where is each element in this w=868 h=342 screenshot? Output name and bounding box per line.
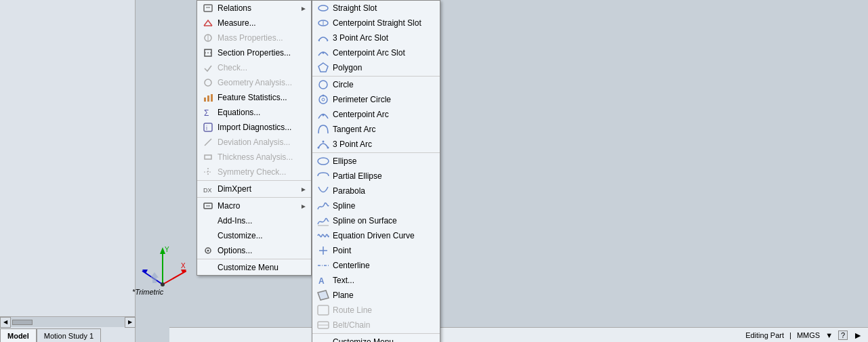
menu-item-centerpoint-arc[interactable]: Centerpoint Arc <box>312 107 440 122</box>
menu-item-tangent-arc[interactable]: Tangent Arc <box>312 122 440 137</box>
menu-item-feature-statistics[interactable]: Feature Statistics... <box>197 90 311 105</box>
menu-item-centerpoint-arc-slot[interactable]: Centerpoint Arc Slot <box>312 45 440 60</box>
menu-item-point[interactable]: Point <box>312 243 440 258</box>
units-display: MMGS <box>797 331 820 339</box>
svg-marker-54 <box>318 291 329 300</box>
menu-item-text[interactable]: A Text... <box>312 273 440 288</box>
geometry-analysis-icon <box>201 77 215 89</box>
menu-item-centerpoint-straight-slot[interactable]: Centerpoint Straight Slot <box>312 16 440 30</box>
menu-item-dimxpert[interactable]: DX DimXpert ► <box>197 181 311 196</box>
options-label: Options... <box>218 246 307 255</box>
add-ins-icon <box>201 215 215 227</box>
menu-item-route-line: Route Line <box>312 303 440 318</box>
menu-item-customize-menu-left[interactable]: Customize Menu <box>197 260 311 275</box>
svg-rect-9 <box>152 278 157 283</box>
expand-button[interactable]: ► <box>853 330 863 341</box>
menu-item-mass-properties: Mass Properties... <box>197 30 311 45</box>
3-point-arc-slot-icon <box>316 32 330 44</box>
scroll-track <box>12 320 123 325</box>
menu-item-measure[interactable]: Measure... <box>197 16 311 30</box>
relations-label: Relations <box>218 3 300 13</box>
mass-properties-icon <box>201 32 215 44</box>
centerpoint-straight-slot-label: Centerpoint Straight Slot <box>333 18 436 28</box>
customize-label: Customize... <box>218 231 307 240</box>
add-ins-label: Add-Ins... <box>218 216 307 226</box>
help-button[interactable]: ? <box>838 330 848 340</box>
left-menu: Relations ► Measure... Mass Properties..… <box>197 0 312 276</box>
svg-rect-55 <box>318 305 329 315</box>
scroll-right-btn[interactable]: ▶ <box>125 317 136 328</box>
macro-label: Macro <box>218 201 300 211</box>
svg-point-39 <box>323 52 325 54</box>
svg-text:X: X <box>181 262 186 270</box>
customize-menu-icon-left <box>201 261 215 274</box>
symmetry-check-icon <box>201 166 215 178</box>
dimxpert-label: DimXpert <box>218 184 300 194</box>
mass-properties-label: Mass Properties... <box>218 33 307 43</box>
editing-status: Editing Part <box>745 331 784 339</box>
axis-indicator: Y X <box>139 244 186 291</box>
menu-item-section-properties[interactable]: Section Properties... <box>197 45 311 60</box>
menu-item-add-ins[interactable]: Add-Ins... <box>197 213 311 228</box>
customize-menu-icon-right <box>316 336 330 342</box>
right-menu: Straight Slot Centerpoint Straight Slot … <box>312 0 440 342</box>
import-diagnostics-label: Import Diagnostics... <box>218 123 307 132</box>
equation-driven-curve-label: Equation Driven Curve <box>333 231 436 240</box>
menu-item-3-point-arc-slot[interactable]: 3 Point Arc Slot <box>312 30 440 45</box>
menu-item-import-diagnostics[interactable]: i Import Diagnostics... <box>197 120 311 135</box>
centerpoint-arc-slot-icon <box>316 47 330 59</box>
svg-point-48 <box>327 147 329 149</box>
menu-item-equation-driven-curve[interactable]: Equation Driven Curve <box>312 228 440 243</box>
polygon-label: Polygon <box>333 63 436 72</box>
centerpoint-straight-slot-icon <box>316 17 330 29</box>
menu-item-straight-slot[interactable]: Straight Slot <box>312 1 440 16</box>
scroll-left-btn[interactable]: ◀ <box>0 317 11 328</box>
tab-motion-study[interactable]: Motion Study 1 <box>37 328 101 342</box>
relations-icon <box>201 2 215 14</box>
menu-item-macro[interactable]: Macro ► <box>197 198 311 213</box>
menu-item-plane[interactable]: Plane <box>312 288 440 303</box>
separator-before-ellipse <box>312 152 440 153</box>
deviation-analysis-label: Deviation Analysis... <box>218 137 307 147</box>
units-arrow[interactable]: ▼ <box>825 331 833 339</box>
menu-item-spline-on-surface[interactable]: Spline on Surface <box>312 213 440 228</box>
customize-menu-label-right: Customize Menu <box>333 337 436 342</box>
relations-arrow: ► <box>300 5 307 12</box>
ellipse-label: Ellipse <box>333 156 436 166</box>
circle-icon <box>316 79 330 91</box>
partial-ellipse-label: Partial Ellipse <box>333 171 436 181</box>
tab-model[interactable]: Model <box>0 328 37 342</box>
spline-label: Spline <box>333 201 436 211</box>
menu-item-centerline[interactable]: Centerline <box>312 258 440 273</box>
menu-item-spline[interactable]: Spline <box>312 198 440 213</box>
menu-item-polygon[interactable]: Polygon <box>312 60 440 75</box>
menu-item-belt-chain: Belt/Chain <box>312 318 440 333</box>
menu-item-customize-menu-right[interactable]: Customize Menu <box>312 335 440 342</box>
parabola-icon <box>316 185 330 197</box>
left-scrollbar: ◀ ▶ <box>0 316 136 327</box>
centerline-label: Centerline <box>333 261 436 270</box>
menu-item-equations[interactable]: Σ Equations... <box>197 105 311 120</box>
svg-text:A: A <box>318 276 325 286</box>
menu-item-partial-ellipse[interactable]: Partial Ellipse <box>312 169 440 184</box>
spline-on-surface-label: Spline on Surface <box>333 216 436 226</box>
menu-item-relations[interactable]: Relations ► <box>197 1 311 16</box>
menu-item-thickness-analysis: Thickness Analysis... <box>197 150 311 165</box>
plane-icon <box>316 289 330 301</box>
scroll-thumb[interactable] <box>12 320 33 325</box>
svg-point-44 <box>323 95 325 97</box>
customize-menu-label-left: Customize Menu <box>218 263 307 272</box>
svg-text:Y: Y <box>165 246 169 253</box>
menu-item-options[interactable]: Options... <box>197 243 311 258</box>
spline-on-surface-icon <box>316 215 330 227</box>
menu-item-circle[interactable]: Circle <box>312 77 440 92</box>
menu-item-parabola[interactable]: Parabola <box>312 184 440 198</box>
menu-item-customize[interactable]: Customize... <box>197 228 311 243</box>
perimeter-circle-label: Perimeter Circle <box>333 95 436 104</box>
menu-item-perimeter-circle[interactable]: Perimeter Circle <box>312 92 440 107</box>
menu-item-3-point-arc[interactable]: 3 Point Arc <box>312 137 440 152</box>
svg-point-42 <box>319 95 327 104</box>
centerpoint-arc-slot-label: Centerpoint Arc Slot <box>333 48 436 58</box>
feature-statistics-icon <box>201 91 215 104</box>
menu-item-ellipse[interactable]: Ellipse <box>312 154 440 169</box>
